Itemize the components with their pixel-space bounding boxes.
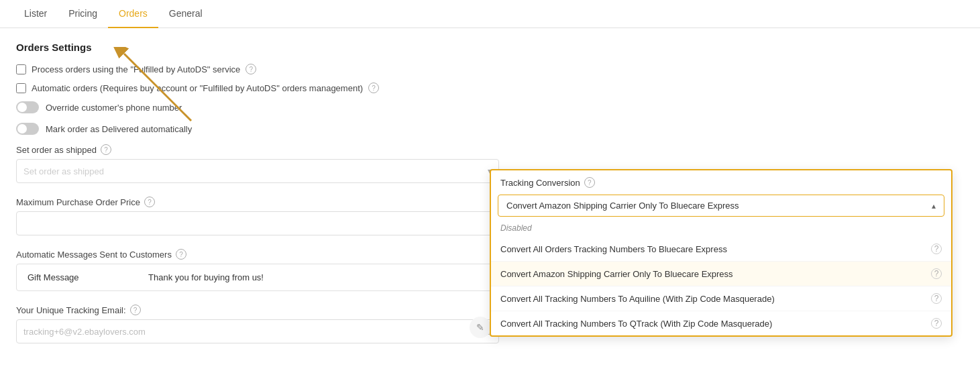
dropdown-item-1-help[interactable]: ? xyxy=(931,268,942,279)
message-row: Gift Message Thank you for buying from u… xyxy=(17,264,498,290)
dropdown-item-2-label: Convert All Tracking Numbers To Aquiline… xyxy=(500,294,775,304)
set-order-shipped-placeholder: Set order as shipped xyxy=(23,166,104,176)
edit-message-button[interactable]: ✎ xyxy=(470,317,491,338)
checkbox-fulfilled[interactable] xyxy=(16,64,26,74)
help-icon-tracking-conversion[interactable]: ? xyxy=(584,177,595,188)
message-text: Thank you for buying from us! xyxy=(148,272,264,282)
edit-icon: ✎ xyxy=(476,322,484,333)
dropdown-item-3-help[interactable]: ? xyxy=(931,318,942,329)
max-purchase-price-input[interactable]: 500 xyxy=(16,211,499,235)
tracking-conversion-list: Disabled Convert All Orders Tracking Num… xyxy=(491,219,951,335)
toggle-delivered-row: Mark order as Delivered automatically xyxy=(16,123,964,135)
tracking-email-input: tracking+6@v2.ebaylovers.com ⧉ xyxy=(16,319,499,343)
section-title: Orders Settings xyxy=(16,42,964,53)
dropdown-item-1[interactable]: Convert Amazon Shipping Carrier Only To … xyxy=(491,262,951,286)
help-icon-auto-messages[interactable]: ? xyxy=(176,249,186,260)
message-type: Gift Message xyxy=(28,272,108,282)
toggle-delivered-label: Mark order as Delivered automatically xyxy=(46,124,192,134)
set-order-shipped-select[interactable]: Set order as shipped ▾ xyxy=(16,159,499,183)
tracking-conversion-dropdown: Tracking Conversion ? Convert Amazon Shi… xyxy=(490,169,952,337)
help-icon-fulfilled[interactable]: ? xyxy=(246,64,256,74)
dropdown-disabled-label: Disabled xyxy=(491,219,951,237)
dropdown-item-2-help[interactable]: ? xyxy=(931,293,942,304)
help-icon-shipped[interactable]: ? xyxy=(101,144,111,155)
tab-orders[interactable]: Orders xyxy=(108,0,158,28)
tab-general[interactable]: General xyxy=(158,0,213,28)
tab-bar: Lister Pricing Orders General xyxy=(0,0,980,28)
help-icon-tracking-email[interactable]: ? xyxy=(130,305,141,315)
dropdown-item-0[interactable]: Convert All Orders Tracking Numbers To B… xyxy=(491,237,951,262)
dropdown-item-2[interactable]: Convert All Tracking Numbers To Aquiline… xyxy=(491,286,951,311)
chevron-up-icon: ▴ xyxy=(932,201,936,211)
checkbox-automatic[interactable] xyxy=(16,83,26,93)
toggle-phone-row: Override customer's phone number xyxy=(16,101,964,113)
dropdown-item-0-label: Convert All Orders Tracking Numbers To B… xyxy=(500,244,727,254)
dropdown-item-0-help[interactable]: ? xyxy=(931,244,942,254)
checkbox-automatic-row: Automatic orders (Requires buy account o… xyxy=(16,83,964,93)
tracking-conversion-label: Tracking Conversion xyxy=(500,178,580,188)
tracking-conversion-selected[interactable]: Convert Amazon Shipping Carrier Only To … xyxy=(498,195,944,217)
set-order-shipped-label: Set order as shipped ? xyxy=(16,144,964,155)
help-icon-automatic[interactable]: ? xyxy=(368,83,379,93)
tracking-conversion-header: Tracking Conversion ? xyxy=(491,170,951,195)
tab-lister[interactable]: Lister xyxy=(13,0,58,28)
checkbox-fulfilled-row: Process orders using the "Fulfilled by A… xyxy=(16,64,964,74)
dropdown-item-1-label: Convert Amazon Shipping Carrier Only To … xyxy=(500,269,733,279)
checkbox-automatic-label: Automatic orders (Requires buy account o… xyxy=(32,83,363,93)
tab-pricing[interactable]: Pricing xyxy=(58,0,108,28)
dropdown-item-3[interactable]: Convert All Tracking Numbers To QTrack (… xyxy=(491,311,951,335)
toggle-phone-label: Override customer's phone number xyxy=(46,103,182,113)
checkbox-fulfilled-label: Process orders using the "Fulfilled by A… xyxy=(32,64,240,74)
dropdown-item-3-label: Convert All Tracking Numbers To QTrack (… xyxy=(500,319,772,329)
messages-table: Gift Message Thank you for buying from u… xyxy=(16,264,499,291)
tracking-email-value: tracking+6@v2.ebaylovers.com xyxy=(23,327,146,337)
tracking-conversion-selected-text: Convert Amazon Shipping Carrier Only To … xyxy=(506,201,739,211)
help-icon-max-price[interactable]: ? xyxy=(144,197,155,207)
toggle-delivered[interactable] xyxy=(16,123,39,135)
main-content: Orders Settings Process orders using the… xyxy=(0,28,980,370)
toggle-phone[interactable] xyxy=(16,101,39,113)
